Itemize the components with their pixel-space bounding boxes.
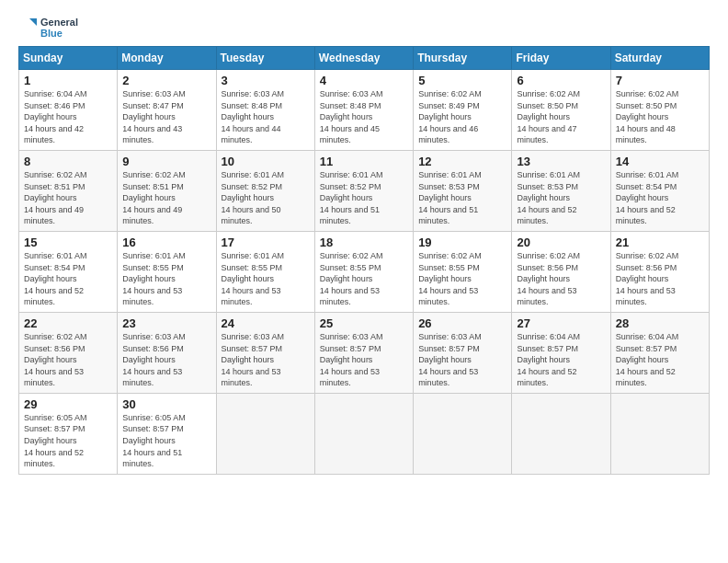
- calendar-cell: 23Sunrise: 6:03 AMSunset: 8:56 PMDayligh…: [118, 312, 216, 393]
- calendar-cell: 13Sunrise: 6:01 AMSunset: 8:53 PMDayligh…: [512, 150, 610, 231]
- calendar-cell: 11Sunrise: 6:01 AMSunset: 8:52 PMDayligh…: [314, 150, 413, 231]
- calendar-cell: 27Sunrise: 6:04 AMSunset: 8:57 PMDayligh…: [512, 312, 610, 393]
- calendar-cell: 15Sunrise: 6:01 AMSunset: 8:54 PMDayligh…: [19, 231, 118, 312]
- day-info: Sunrise: 6:03 AMSunset: 8:57 PMDaylight …: [418, 331, 507, 389]
- page: General Blue SundayMondayTuesdayWednesda…: [0, 0, 728, 563]
- calendar-cell: [512, 393, 610, 474]
- day-number: 6: [517, 74, 606, 87]
- day-number: 16: [122, 236, 211, 249]
- calendar-cell: 20Sunrise: 6:02 AMSunset: 8:56 PMDayligh…: [512, 231, 610, 312]
- calendar-cell: 8Sunrise: 6:02 AMSunset: 8:51 PMDaylight…: [19, 150, 118, 231]
- day-info: Sunrise: 6:02 AMSunset: 8:51 PMDaylight …: [122, 169, 211, 227]
- day-number: 30: [122, 397, 211, 411]
- calendar-cell: 22Sunrise: 6:02 AMSunset: 8:56 PMDayligh…: [19, 312, 118, 393]
- header-tuesday: Tuesday: [216, 47, 314, 70]
- day-number: 1: [24, 74, 113, 87]
- logo-icon: [18, 17, 37, 39]
- logo: General Blue: [18, 17, 78, 39]
- day-number: 17: [222, 236, 311, 249]
- day-info: Sunrise: 6:05 AMSunset: 8:57 PMDaylight …: [24, 412, 113, 470]
- calendar-cell: 7Sunrise: 6:02 AMSunset: 8:50 PMDaylight…: [610, 70, 709, 151]
- day-info: Sunrise: 6:03 AMSunset: 8:57 PMDaylight …: [222, 331, 311, 389]
- day-info: Sunrise: 6:01 AMSunset: 8:52 PMDaylight …: [222, 169, 311, 227]
- day-number: 24: [222, 316, 311, 330]
- day-info: Sunrise: 6:03 AMSunset: 8:56 PMDaylight …: [122, 331, 211, 389]
- logo-text-general: General: [40, 17, 78, 28]
- day-info: Sunrise: 6:02 AMSunset: 8:50 PMDaylight …: [616, 88, 705, 146]
- calendar-week-row: 1Sunrise: 6:04 AMSunset: 8:46 PMDaylight…: [19, 70, 710, 151]
- day-number: 20: [517, 236, 606, 249]
- day-info: Sunrise: 6:03 AMSunset: 8:48 PMDaylight …: [222, 88, 311, 146]
- day-info: Sunrise: 6:02 AMSunset: 8:55 PMDaylight …: [418, 250, 507, 308]
- calendar-cell: 25Sunrise: 6:03 AMSunset: 8:57 PMDayligh…: [314, 312, 413, 393]
- day-number: 18: [320, 236, 409, 249]
- calendar-header-row: SundayMondayTuesdayWednesdayThursdayFrid…: [19, 47, 710, 70]
- header: General Blue: [18, 17, 710, 39]
- logo-text-blue: Blue: [40, 28, 78, 39]
- day-info: Sunrise: 6:01 AMSunset: 8:53 PMDaylight …: [517, 169, 606, 227]
- calendar-cell: [610, 393, 709, 474]
- day-number: 10: [222, 155, 311, 168]
- day-number: 13: [517, 155, 606, 168]
- calendar-cell: 19Sunrise: 6:02 AMSunset: 8:55 PMDayligh…: [414, 231, 512, 312]
- day-number: 5: [418, 74, 507, 87]
- day-info: Sunrise: 6:02 AMSunset: 8:49 PMDaylight …: [418, 88, 507, 146]
- day-number: 4: [320, 74, 409, 87]
- day-info: Sunrise: 6:02 AMSunset: 8:55 PMDaylight …: [320, 250, 409, 308]
- calendar-cell: 9Sunrise: 6:02 AMSunset: 8:51 PMDaylight…: [118, 150, 216, 231]
- day-info: Sunrise: 6:05 AMSunset: 8:57 PMDaylight …: [122, 412, 211, 470]
- header-saturday: Saturday: [610, 47, 709, 70]
- day-info: Sunrise: 6:04 AMSunset: 8:57 PMDaylight …: [517, 331, 606, 389]
- day-info: Sunrise: 6:01 AMSunset: 8:53 PMDaylight …: [418, 169, 507, 227]
- day-number: 15: [24, 236, 113, 249]
- day-info: Sunrise: 6:04 AMSunset: 8:57 PMDaylight …: [616, 331, 705, 389]
- day-number: 22: [24, 316, 113, 330]
- day-number: 27: [517, 316, 606, 330]
- day-info: Sunrise: 6:02 AMSunset: 8:50 PMDaylight …: [517, 88, 606, 146]
- calendar-cell: 17Sunrise: 6:01 AMSunset: 8:55 PMDayligh…: [216, 231, 314, 312]
- calendar-cell: 12Sunrise: 6:01 AMSunset: 8:53 PMDayligh…: [414, 150, 512, 231]
- day-info: Sunrise: 6:01 AMSunset: 8:52 PMDaylight …: [320, 169, 409, 227]
- calendar-cell: 30Sunrise: 6:05 AMSunset: 8:57 PMDayligh…: [118, 393, 216, 474]
- day-number: 29: [24, 397, 113, 411]
- day-number: 21: [616, 236, 705, 249]
- calendar-cell: 14Sunrise: 6:01 AMSunset: 8:54 PMDayligh…: [610, 150, 709, 231]
- day-info: Sunrise: 6:01 AMSunset: 8:55 PMDaylight …: [222, 250, 311, 308]
- calendar-cell: [414, 393, 512, 474]
- calendar-week-row: 22Sunrise: 6:02 AMSunset: 8:56 PMDayligh…: [19, 312, 710, 393]
- day-number: 2: [122, 74, 211, 87]
- header-monday: Monday: [118, 47, 216, 70]
- calendar-cell: 26Sunrise: 6:03 AMSunset: 8:57 PMDayligh…: [414, 312, 512, 393]
- calendar-cell: 2Sunrise: 6:03 AMSunset: 8:47 PMDaylight…: [118, 70, 216, 151]
- day-info: Sunrise: 6:01 AMSunset: 8:54 PMDaylight …: [616, 169, 705, 227]
- day-number: 14: [616, 155, 705, 168]
- calendar-cell: 29Sunrise: 6:05 AMSunset: 8:57 PMDayligh…: [19, 393, 118, 474]
- header-sunday: Sunday: [19, 47, 118, 70]
- calendar-week-row: 8Sunrise: 6:02 AMSunset: 8:51 PMDaylight…: [19, 150, 710, 231]
- day-info: Sunrise: 6:02 AMSunset: 8:56 PMDaylight …: [616, 250, 705, 308]
- calendar-cell: 1Sunrise: 6:04 AMSunset: 8:46 PMDaylight…: [19, 70, 118, 151]
- header-friday: Friday: [512, 47, 610, 70]
- day-number: 3: [222, 74, 311, 87]
- day-number: 12: [418, 155, 507, 168]
- calendar-cell: 5Sunrise: 6:02 AMSunset: 8:49 PMDaylight…: [414, 70, 512, 151]
- calendar-cell: 6Sunrise: 6:02 AMSunset: 8:50 PMDaylight…: [512, 70, 610, 151]
- day-number: 7: [616, 74, 705, 87]
- header-wednesday: Wednesday: [314, 47, 413, 70]
- calendar-cell: 16Sunrise: 6:01 AMSunset: 8:55 PMDayligh…: [118, 231, 216, 312]
- day-number: 25: [320, 316, 409, 330]
- day-info: Sunrise: 6:03 AMSunset: 8:57 PMDaylight …: [320, 331, 409, 389]
- day-number: 11: [320, 155, 409, 168]
- calendar-cell: 3Sunrise: 6:03 AMSunset: 8:48 PMDaylight…: [216, 70, 314, 151]
- calendar-cell: 28Sunrise: 6:04 AMSunset: 8:57 PMDayligh…: [610, 312, 709, 393]
- day-info: Sunrise: 6:02 AMSunset: 8:56 PMDaylight …: [517, 250, 606, 308]
- day-info: Sunrise: 6:03 AMSunset: 8:48 PMDaylight …: [320, 88, 409, 146]
- day-info: Sunrise: 6:01 AMSunset: 8:54 PMDaylight …: [24, 250, 113, 308]
- calendar-cell: [216, 393, 314, 474]
- calendar-cell: 10Sunrise: 6:01 AMSunset: 8:52 PMDayligh…: [216, 150, 314, 231]
- day-number: 8: [24, 155, 113, 168]
- svg-rect-1: [18, 17, 31, 28]
- day-info: Sunrise: 6:03 AMSunset: 8:47 PMDaylight …: [122, 88, 211, 146]
- day-info: Sunrise: 6:02 AMSunset: 8:56 PMDaylight …: [24, 331, 113, 389]
- calendar-week-row: 15Sunrise: 6:01 AMSunset: 8:54 PMDayligh…: [19, 231, 710, 312]
